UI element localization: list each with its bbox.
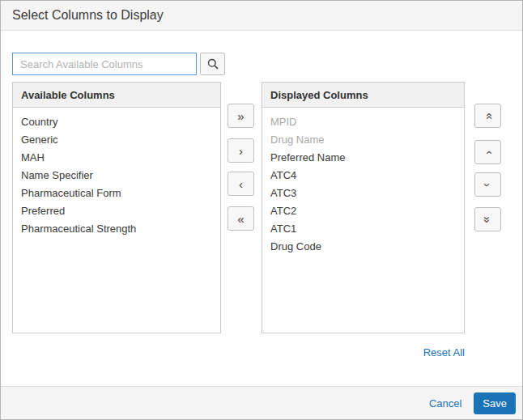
move-up-button[interactable]: › xyxy=(474,140,501,164)
search-button[interactable] xyxy=(200,53,225,75)
available-columns-header: Available Columns xyxy=(13,83,220,108)
displayed-column-item[interactable]: ATC2 xyxy=(262,202,464,220)
available-column-item[interactable]: Pharmaceutical Form xyxy=(13,185,220,202)
available-columns-items: CountryGenericMAHName SpecifierPharmaceu… xyxy=(13,108,220,333)
available-column-item[interactable]: Country xyxy=(13,113,220,131)
displayed-column-item[interactable]: Drug Code xyxy=(262,238,464,256)
dialog-header: Select Columns to Display xyxy=(1,1,522,31)
chevron-up-icon: › xyxy=(482,151,494,155)
displayed-column-item[interactable]: MPID xyxy=(262,113,464,131)
available-column-item[interactable]: Preferred xyxy=(13,202,220,220)
displayed-column-item[interactable]: Preferred Name xyxy=(262,149,464,167)
displayed-column-item[interactable]: ATC3 xyxy=(262,185,464,202)
select-columns-dialog: Select Columns to Display Available Colu… xyxy=(0,0,523,420)
save-button[interactable]: Save xyxy=(474,392,516,414)
displayed-column-item[interactable]: ATC4 xyxy=(262,167,464,185)
double-chevron-left-icon: « xyxy=(237,213,244,225)
double-chevron-up-icon: » xyxy=(482,112,494,119)
dialog-title: Select Columns to Display xyxy=(12,8,164,23)
displayed-columns-header: Displayed Columns xyxy=(262,83,464,108)
available-column-item[interactable]: MAH xyxy=(13,149,220,167)
chevron-down-icon: › xyxy=(482,183,494,187)
move-all-left-button[interactable]: « xyxy=(227,206,254,231)
cancel-link[interactable]: Cancel xyxy=(429,397,461,409)
move-down-button[interactable]: › xyxy=(474,172,501,197)
double-chevron-right-icon: » xyxy=(237,110,244,122)
chevron-right-icon: › xyxy=(239,145,243,157)
displayed-columns-items: MPIDDrug NamePreferred NameATC4ATC3ATC2A… xyxy=(262,108,464,333)
available-column-item[interactable]: Name Specifier xyxy=(13,167,220,185)
move-left-button[interactable]: ‹ xyxy=(227,172,254,196)
reset-all-link[interactable]: Reset All xyxy=(262,346,465,358)
search-input[interactable] xyxy=(12,53,197,75)
move-to-bottom-button[interactable]: » xyxy=(474,207,501,231)
displayed-column-item[interactable]: ATC1 xyxy=(262,220,464,238)
move-to-top-button[interactable]: » xyxy=(474,104,501,128)
displayed-column-item[interactable]: Drug Name xyxy=(262,131,464,149)
search-icon xyxy=(206,57,219,70)
move-all-right-button[interactable]: » xyxy=(227,104,254,128)
double-chevron-down-icon: » xyxy=(482,216,494,223)
available-column-item[interactable]: Generic xyxy=(13,131,220,149)
available-column-item[interactable]: Pharmaceutical Strength xyxy=(13,220,220,238)
chevron-left-icon: ‹ xyxy=(239,178,243,190)
move-right-button[interactable]: › xyxy=(227,138,254,163)
displayed-columns-list: Displayed Columns MPIDDrug NamePreferred… xyxy=(262,82,465,333)
available-columns-list: Available Columns CountryGenericMAHName … xyxy=(12,82,221,333)
dialog-footer: Cancel Save xyxy=(1,386,522,419)
